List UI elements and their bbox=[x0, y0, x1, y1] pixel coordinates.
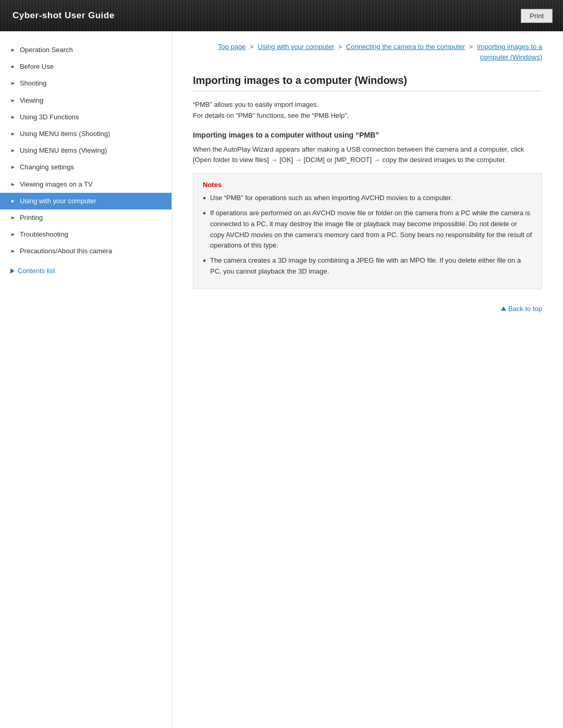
sidebar-item-label: Using with your computer bbox=[20, 196, 96, 206]
breadcrumb-separator: > bbox=[467, 43, 475, 51]
sidebar-item-label: Operation Search bbox=[20, 45, 73, 55]
page-title: Importing images to a computer (Windows) bbox=[193, 75, 542, 91]
sidebar-item-label: Printing bbox=[20, 213, 43, 223]
sidebar-arrow-icon: ► bbox=[10, 114, 16, 121]
sidebar-arrow-icon: ► bbox=[10, 214, 16, 221]
sidebar-item-label: Precautions/About this camera bbox=[20, 246, 112, 256]
print-button[interactable]: Print bbox=[521, 9, 553, 23]
intro-line2: For details on “PMB” functions, see the … bbox=[193, 110, 542, 121]
page-layout: ►Operation Search►Before Use►Shooting►Vi… bbox=[0, 31, 563, 728]
sidebar-item-using-menu-items-viewing[interactable]: ►Using MENU items (Viewing) bbox=[0, 142, 172, 159]
breadcrumb-link-toppage[interactable]: Top page bbox=[218, 43, 246, 51]
sidebar-arrow-icon: ► bbox=[10, 198, 16, 205]
arrow-right-icon bbox=[10, 268, 15, 274]
back-to-top-label: Back to top bbox=[508, 305, 542, 313]
sidebar-item-label: Using MENU items (Shooting) bbox=[20, 129, 110, 139]
sidebar-item-shooting[interactable]: ►Shooting bbox=[0, 75, 172, 92]
sidebar-arrow-icon: ► bbox=[10, 97, 16, 104]
sidebar-item-using-3d-functions[interactable]: ►Using 3D Functions bbox=[0, 109, 172, 126]
intro-text: “PMB” allows you to easily import images… bbox=[193, 100, 542, 121]
sidebar-arrow-icon: ► bbox=[10, 248, 16, 255]
sidebar-arrow-icon: ► bbox=[10, 80, 16, 87]
notes-item-1: Use “PMB” for operations such as when im… bbox=[203, 193, 532, 204]
breadcrumb-separator: > bbox=[336, 43, 344, 51]
sidebar-item-using-with-your-computer[interactable]: ►Using with your computer bbox=[0, 193, 172, 209]
breadcrumb-link-importing[interactable]: Importing images to a computer (Windows) bbox=[477, 43, 542, 61]
intro-line1: “PMB” allows you to easily import images… bbox=[193, 100, 542, 110]
sidebar-arrow-icon: ► bbox=[10, 181, 16, 188]
sidebar-item-label: Before Use bbox=[20, 62, 54, 71]
sidebar-item-label: Using 3D Functions bbox=[20, 113, 79, 122]
section-title: Importing images to a computer without u… bbox=[193, 131, 542, 139]
notes-box: Notes Use “PMB” for operations such as w… bbox=[193, 173, 542, 289]
sidebar-item-label: Changing settings bbox=[20, 163, 74, 172]
sidebar-item-precautionsabout-this-camera[interactable]: ►Precautions/About this camera bbox=[0, 243, 172, 260]
sidebar-arrow-icon: ► bbox=[10, 130, 16, 138]
main-content: Top page > Using with your computer > Co… bbox=[172, 31, 563, 728]
notes-list: Use “PMB” for operations such as when im… bbox=[203, 193, 532, 277]
sidebar-item-label: Shooting bbox=[20, 79, 46, 88]
back-to-top-row: Back to top bbox=[193, 305, 542, 313]
breadcrumb-link-usingwithcomputer[interactable]: Using with your computer bbox=[258, 43, 334, 51]
contents-list-label: Contents list bbox=[18, 267, 55, 275]
sidebar-item-viewing[interactable]: ►Viewing bbox=[0, 92, 172, 109]
header: Cyber-shot User Guide Print bbox=[0, 0, 563, 31]
notes-title: Notes bbox=[203, 181, 532, 189]
sidebar-item-label: Viewing bbox=[20, 96, 43, 105]
section-body: When the AutoPlay Wizard appears after m… bbox=[193, 144, 542, 166]
sidebar-item-label: Viewing images on a TV bbox=[20, 180, 93, 189]
sidebar-item-printing[interactable]: ►Printing bbox=[0, 209, 172, 226]
sidebar-arrow-icon: ► bbox=[10, 231, 16, 238]
sidebar-item-viewing-images-on-a-tv[interactable]: ►Viewing images on a TV bbox=[0, 176, 172, 193]
sidebar-item-changing-settings[interactable]: ►Changing settings bbox=[0, 159, 172, 176]
sidebar-arrow-icon: ► bbox=[10, 63, 16, 70]
back-to-top-icon bbox=[501, 306, 506, 311]
sidebar-item-label: Troubleshooting bbox=[20, 230, 68, 239]
sidebar-item-before-use[interactable]: ►Before Use bbox=[0, 58, 172, 75]
sidebar-item-using-menu-items-shooting[interactable]: ►Using MENU items (Shooting) bbox=[0, 126, 172, 142]
notes-item-3: The camera creates a 3D image by combini… bbox=[203, 255, 532, 277]
breadcrumb-separator: > bbox=[248, 43, 255, 51]
app-title: Cyber-shot User Guide bbox=[0, 10, 115, 21]
sidebar-item-operation-search[interactable]: ►Operation Search bbox=[0, 42, 172, 58]
contents-list-link[interactable]: Contents list bbox=[0, 262, 172, 280]
sidebar: ►Operation Search►Before Use►Shooting►Vi… bbox=[0, 31, 172, 728]
back-to-top-link[interactable]: Back to top bbox=[501, 305, 542, 313]
sidebar-item-troubleshooting[interactable]: ►Troubleshooting bbox=[0, 226, 172, 243]
notes-item-2: If operations are performed on an AVCHD … bbox=[203, 208, 532, 251]
sidebar-item-label: Using MENU items (Viewing) bbox=[20, 146, 107, 155]
breadcrumb-link-connecting[interactable]: Connecting the camera to the computer bbox=[346, 43, 465, 51]
sidebar-arrow-icon: ► bbox=[10, 164, 16, 171]
sidebar-arrow-icon: ► bbox=[10, 46, 16, 54]
breadcrumb: Top page > Using with your computer > Co… bbox=[193, 42, 542, 62]
sidebar-arrow-icon: ► bbox=[10, 147, 16, 154]
